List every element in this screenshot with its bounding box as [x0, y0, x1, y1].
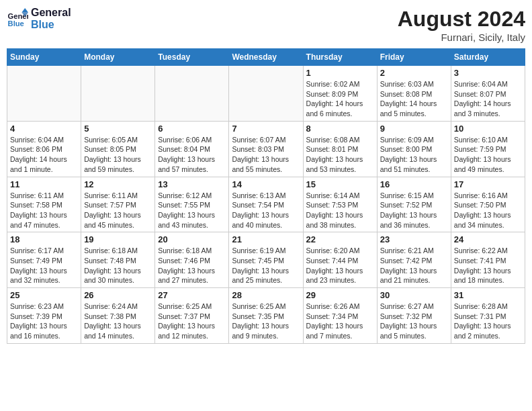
- day-info: Sunrise: 6:27 AM Sunset: 7:32 PM Dayligh…: [380, 302, 448, 341]
- day-number: 31: [454, 290, 522, 300]
- day-info: Sunrise: 6:20 AM Sunset: 7:44 PM Dayligh…: [306, 246, 374, 285]
- calendar-cell: 6Sunrise: 6:06 AM Sunset: 8:04 PM Daylig…: [155, 121, 229, 177]
- calendar-cell: 9Sunrise: 6:09 AM Sunset: 8:00 PM Daylig…: [377, 121, 451, 177]
- calendar-cell: 1Sunrise: 6:02 AM Sunset: 8:09 PM Daylig…: [303, 66, 377, 122]
- calendar-cell: [155, 66, 229, 122]
- svg-marker-2: [21, 8, 28, 12]
- calendar-week-1: 1Sunrise: 6:02 AM Sunset: 8:09 PM Daylig…: [7, 66, 525, 122]
- calendar-cell: 2Sunrise: 6:03 AM Sunset: 8:08 PM Daylig…: [377, 66, 451, 122]
- day-info: Sunrise: 6:18 AM Sunset: 7:48 PM Dayligh…: [84, 246, 152, 285]
- day-number: 30: [380, 290, 448, 300]
- day-info: Sunrise: 6:04 AM Sunset: 8:06 PM Dayligh…: [10, 135, 78, 175]
- day-number: 27: [158, 290, 226, 300]
- calendar-cell: 16Sunrise: 6:15 AM Sunset: 7:52 PM Dayli…: [377, 177, 451, 232]
- calendar-cell: 17Sunrise: 6:16 AM Sunset: 7:50 PM Dayli…: [451, 177, 525, 232]
- day-info: Sunrise: 6:15 AM Sunset: 7:52 PM Dayligh…: [380, 191, 448, 230]
- day-info: Sunrise: 6:05 AM Sunset: 8:05 PM Dayligh…: [84, 135, 152, 175]
- day-info: Sunrise: 6:22 AM Sunset: 7:41 PM Dayligh…: [454, 246, 522, 285]
- day-info: Sunrise: 6:07 AM Sunset: 8:03 PM Dayligh…: [232, 135, 300, 175]
- calendar-cell: 29Sunrise: 6:26 AM Sunset: 7:34 PM Dayli…: [303, 288, 377, 344]
- day-number: 13: [158, 179, 226, 189]
- day-info: Sunrise: 6:13 AM Sunset: 7:54 PM Dayligh…: [232, 191, 300, 230]
- logo-blue: Blue: [31, 19, 71, 31]
- day-number: 23: [380, 234, 448, 244]
- day-info: Sunrise: 6:26 AM Sunset: 7:34 PM Dayligh…: [306, 302, 374, 341]
- day-number: 18: [10, 234, 78, 244]
- day-info: Sunrise: 6:16 AM Sunset: 7:50 PM Dayligh…: [454, 191, 522, 230]
- weekday-header-sunday: Sunday: [7, 49, 81, 66]
- day-number: 26: [84, 290, 152, 300]
- calendar-cell: [229, 66, 303, 122]
- day-info: Sunrise: 6:03 AM Sunset: 8:08 PM Dayligh…: [380, 79, 448, 119]
- day-number: 12: [84, 179, 152, 189]
- day-number: 6: [158, 124, 226, 134]
- day-info: Sunrise: 6:11 AM Sunset: 7:58 PM Dayligh…: [10, 191, 78, 230]
- weekday-header-friday: Friday: [377, 49, 451, 66]
- calendar-cell: 3Sunrise: 6:04 AM Sunset: 8:07 PM Daylig…: [451, 66, 525, 122]
- logo-general: General: [31, 7, 71, 19]
- logo-icon: General Blue: [7, 8, 28, 30]
- day-info: Sunrise: 6:23 AM Sunset: 7:39 PM Dayligh…: [10, 302, 78, 341]
- day-number: 24: [454, 234, 522, 244]
- day-number: 28: [232, 290, 300, 300]
- day-number: 4: [10, 124, 78, 134]
- calendar-cell: 13Sunrise: 6:12 AM Sunset: 7:55 PM Dayli…: [155, 177, 229, 232]
- day-info: Sunrise: 6:10 AM Sunset: 7:59 PM Dayligh…: [454, 135, 522, 175]
- calendar-week-4: 18Sunrise: 6:17 AM Sunset: 7:49 PM Dayli…: [7, 232, 525, 288]
- calendar-cell: 19Sunrise: 6:18 AM Sunset: 7:48 PM Dayli…: [81, 232, 155, 288]
- weekday-header-thursday: Thursday: [303, 49, 377, 66]
- calendar-cell: 24Sunrise: 6:22 AM Sunset: 7:41 PM Dayli…: [451, 232, 525, 288]
- day-number: 16: [380, 179, 448, 189]
- calendar-cell: 18Sunrise: 6:17 AM Sunset: 7:49 PM Dayli…: [7, 232, 81, 288]
- day-info: Sunrise: 6:02 AM Sunset: 8:09 PM Dayligh…: [306, 79, 374, 119]
- day-number: 22: [306, 234, 374, 244]
- calendar-cell: 30Sunrise: 6:27 AM Sunset: 7:32 PM Dayli…: [377, 288, 451, 344]
- day-info: Sunrise: 6:04 AM Sunset: 8:07 PM Dayligh…: [454, 79, 522, 119]
- calendar-cell: 21Sunrise: 6:19 AM Sunset: 7:45 PM Dayli…: [229, 232, 303, 288]
- calendar-cell: 22Sunrise: 6:20 AM Sunset: 7:44 PM Dayli…: [303, 232, 377, 288]
- day-number: 7: [232, 124, 300, 134]
- day-info: Sunrise: 6:28 AM Sunset: 7:31 PM Dayligh…: [454, 302, 522, 341]
- calendar-cell: 14Sunrise: 6:13 AM Sunset: 7:54 PM Dayli…: [229, 177, 303, 232]
- day-info: Sunrise: 6:21 AM Sunset: 7:42 PM Dayligh…: [380, 246, 448, 285]
- day-info: Sunrise: 6:09 AM Sunset: 8:00 PM Dayligh…: [380, 135, 448, 175]
- calendar-cell: 10Sunrise: 6:10 AM Sunset: 7:59 PM Dayli…: [451, 121, 525, 177]
- day-number: 9: [380, 124, 448, 134]
- day-info: Sunrise: 6:25 AM Sunset: 7:35 PM Dayligh…: [232, 302, 300, 341]
- day-info: Sunrise: 6:19 AM Sunset: 7:45 PM Dayligh…: [232, 246, 300, 285]
- day-info: Sunrise: 6:25 AM Sunset: 7:37 PM Dayligh…: [158, 302, 226, 341]
- day-info: Sunrise: 6:08 AM Sunset: 8:01 PM Dayligh…: [306, 135, 374, 175]
- page-header: General Blue General Blue August 2024 Fu…: [7, 7, 525, 43]
- calendar-week-3: 11Sunrise: 6:11 AM Sunset: 7:58 PM Dayli…: [7, 177, 525, 232]
- calendar-week-5: 25Sunrise: 6:23 AM Sunset: 7:39 PM Dayli…: [7, 288, 525, 344]
- month-year: August 2024: [398, 7, 525, 32]
- calendar-cell: 25Sunrise: 6:23 AM Sunset: 7:39 PM Dayli…: [7, 288, 81, 344]
- day-number: 25: [10, 290, 78, 300]
- day-number: 2: [380, 68, 448, 78]
- day-number: 21: [232, 234, 300, 244]
- weekday-header-row: SundayMondayTuesdayWednesdayThursdayFrid…: [7, 49, 525, 66]
- calendar-cell: 20Sunrise: 6:18 AM Sunset: 7:46 PM Dayli…: [155, 232, 229, 288]
- calendar-table: SundayMondayTuesdayWednesdayThursdayFrid…: [7, 48, 525, 344]
- day-info: Sunrise: 6:24 AM Sunset: 7:38 PM Dayligh…: [84, 302, 152, 341]
- day-info: Sunrise: 6:18 AM Sunset: 7:46 PM Dayligh…: [158, 246, 226, 285]
- day-number: 14: [232, 179, 300, 189]
- svg-text:Blue: Blue: [8, 19, 24, 28]
- calendar-cell: 15Sunrise: 6:14 AM Sunset: 7:53 PM Dayli…: [303, 177, 377, 232]
- day-number: 15: [306, 179, 374, 189]
- logo: General Blue General Blue: [7, 7, 71, 30]
- title-block: August 2024 Furnari, Sicily, Italy: [398, 7, 525, 43]
- day-info: Sunrise: 6:17 AM Sunset: 7:49 PM Dayligh…: [10, 246, 78, 285]
- day-info: Sunrise: 6:11 AM Sunset: 7:57 PM Dayligh…: [84, 191, 152, 230]
- day-info: Sunrise: 6:06 AM Sunset: 8:04 PM Dayligh…: [158, 135, 226, 175]
- calendar-cell: [7, 66, 81, 122]
- weekday-header-wednesday: Wednesday: [229, 49, 303, 66]
- day-number: 8: [306, 124, 374, 134]
- calendar-cell: 11Sunrise: 6:11 AM Sunset: 7:58 PM Dayli…: [7, 177, 81, 232]
- calendar-cell: 31Sunrise: 6:28 AM Sunset: 7:31 PM Dayli…: [451, 288, 525, 344]
- calendar-cell: 26Sunrise: 6:24 AM Sunset: 7:38 PM Dayli…: [81, 288, 155, 344]
- calendar-cell: 23Sunrise: 6:21 AM Sunset: 7:42 PM Dayli…: [377, 232, 451, 288]
- calendar-cell: [81, 66, 155, 122]
- location: Furnari, Sicily, Italy: [398, 32, 525, 43]
- day-info: Sunrise: 6:12 AM Sunset: 7:55 PM Dayligh…: [158, 191, 226, 230]
